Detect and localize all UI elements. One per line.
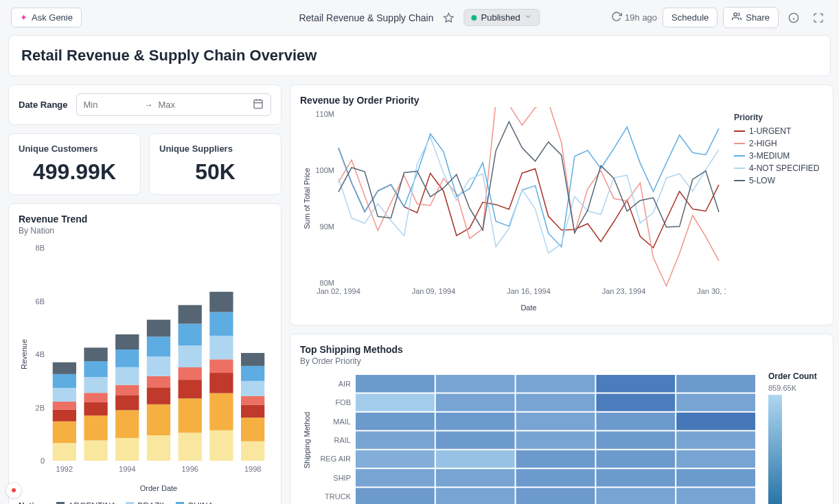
legend-low: 5-LOW bbox=[749, 176, 775, 185]
svg-rect-26 bbox=[84, 377, 107, 393]
svg-rect-45 bbox=[179, 380, 202, 398]
colorbar-gradient bbox=[768, 395, 782, 504]
date-max-input[interactable] bbox=[159, 100, 214, 110]
svg-rect-5 bbox=[254, 100, 262, 108]
svg-text:FOB: FOB bbox=[335, 398, 351, 406]
svg-text:8B: 8B bbox=[36, 244, 45, 252]
svg-rect-30 bbox=[115, 410, 139, 437]
svg-rect-17 bbox=[53, 409, 76, 421]
svg-rect-49 bbox=[179, 305, 202, 323]
date-range-card: Date Range → bbox=[8, 84, 281, 125]
svg-point-1 bbox=[734, 13, 737, 16]
legend-medium: 3-MEDIUM bbox=[749, 151, 790, 161]
svg-rect-34 bbox=[115, 350, 139, 367]
shipping-subtitle: By Order Priority bbox=[300, 356, 823, 366]
svg-rect-46 bbox=[179, 367, 202, 380]
shipping-methods-card: Top Shipping Methods By Order Priority A… bbox=[290, 334, 834, 504]
unique-customers-card: Unique Customers 499.99K bbox=[8, 133, 141, 195]
svg-rect-88 bbox=[516, 393, 595, 411]
svg-rect-55 bbox=[209, 312, 233, 335]
svg-marker-0 bbox=[444, 13, 453, 22]
published-label: Published bbox=[481, 12, 520, 23]
svg-rect-35 bbox=[115, 334, 139, 350]
svg-rect-57 bbox=[241, 442, 264, 461]
share-label: Share bbox=[746, 12, 770, 23]
legend-high: 2-HIGH bbox=[749, 139, 777, 148]
svg-rect-83 bbox=[596, 375, 675, 392]
nation-legend-label: Nation: bbox=[19, 501, 47, 504]
share-button[interactable]: Share bbox=[723, 7, 779, 28]
svg-text:6B: 6B bbox=[36, 297, 45, 306]
revenue-trend-card: Revenue Trend By Nation 02B4B6B8BRevenue… bbox=[8, 203, 281, 504]
svg-text:Jan 02, 1994: Jan 02, 1994 bbox=[317, 287, 360, 295]
legend-notspec: 4-NOT SPECIFIED bbox=[749, 163, 819, 173]
chevron-down-icon bbox=[525, 12, 533, 23]
refresh-icon[interactable] bbox=[611, 11, 622, 24]
revenue-priority-chart[interactable]: 80M90M100M110MSum of Total PriceJan 02, … bbox=[300, 107, 726, 315]
svg-rect-37 bbox=[147, 404, 170, 435]
heatmap-colorbar: Order Count 859.65K 854.95K bbox=[768, 371, 823, 504]
star-icon[interactable] bbox=[439, 8, 459, 27]
svg-rect-54 bbox=[209, 336, 233, 359]
svg-rect-63 bbox=[241, 353, 264, 366]
unique-suppliers-card: Unique Suppliers 50K bbox=[149, 133, 281, 195]
colorbar-max: 859.65K bbox=[768, 384, 823, 392]
svg-text:100M: 100M bbox=[315, 166, 334, 174]
page-title: Retail Revenue & Supply Chain Overview bbox=[21, 47, 818, 65]
date-min-input[interactable] bbox=[84, 100, 139, 110]
svg-rect-18 bbox=[53, 402, 76, 409]
svg-text:1994: 1994 bbox=[119, 465, 135, 473]
revenue-trend-legend: Nation: ARGENTINA BRAZIL CHINA bbox=[19, 501, 271, 504]
revenue-trend-chart[interactable]: 02B4B6B8BRevenue1992199419961998Order Da… bbox=[19, 241, 271, 497]
svg-rect-21 bbox=[53, 363, 76, 374]
svg-text:1996: 1996 bbox=[181, 465, 198, 473]
svg-rect-99 bbox=[436, 431, 515, 448]
svg-text:Revenue: Revenue bbox=[20, 339, 28, 369]
published-badge[interactable]: Published bbox=[464, 9, 540, 26]
ask-genie-button[interactable]: ✦ Ask Genie bbox=[11, 8, 82, 27]
priority-legend-title: Priority bbox=[734, 113, 823, 122]
svg-rect-41 bbox=[147, 336, 170, 356]
svg-rect-48 bbox=[179, 324, 202, 346]
svg-rect-61 bbox=[241, 381, 264, 396]
svg-rect-107 bbox=[596, 450, 675, 468]
svg-rect-53 bbox=[209, 359, 233, 373]
svg-rect-101 bbox=[596, 431, 675, 448]
svg-rect-28 bbox=[84, 347, 107, 361]
svg-text:MAIL: MAIL bbox=[333, 417, 351, 426]
svg-rect-104 bbox=[356, 450, 435, 468]
fullscreen-icon[interactable] bbox=[809, 8, 828, 27]
chat-bubble-icon[interactable] bbox=[5, 482, 22, 499]
svg-text:0: 0 bbox=[41, 457, 45, 465]
svg-rect-120 bbox=[676, 488, 755, 504]
legend-brazil: BRAZIL bbox=[137, 501, 166, 504]
calendar-icon[interactable] bbox=[253, 98, 264, 111]
svg-rect-39 bbox=[147, 376, 170, 387]
svg-text:RAIL: RAIL bbox=[334, 436, 351, 444]
svg-rect-113 bbox=[596, 469, 675, 486]
info-icon[interactable] bbox=[784, 8, 803, 27]
shipping-heatmap[interactable]: AIRFOBMAILRAILREG AIRSHIPTRUCK1-URGENT2-… bbox=[300, 371, 760, 504]
svg-text:Date: Date bbox=[520, 303, 536, 312]
svg-text:Jan 09, 1994: Jan 09, 1994 bbox=[412, 287, 456, 295]
svg-rect-119 bbox=[596, 488, 675, 504]
svg-rect-87 bbox=[436, 393, 515, 411]
svg-rect-98 bbox=[356, 431, 435, 448]
svg-rect-15 bbox=[53, 443, 76, 461]
revenue-priority-title: Revenue by Order Priority bbox=[300, 95, 823, 106]
svg-rect-22 bbox=[84, 440, 107, 461]
svg-rect-16 bbox=[53, 422, 76, 444]
legend-argentina: ARGENTINA bbox=[68, 501, 116, 504]
unique-suppliers-label: Unique Suppliers bbox=[159, 144, 271, 154]
schedule-button[interactable]: Schedule bbox=[663, 8, 717, 27]
svg-rect-114 bbox=[676, 469, 755, 486]
svg-rect-38 bbox=[147, 387, 170, 404]
svg-text:Sum of Total Price: Sum of Total Price bbox=[303, 168, 311, 229]
svg-text:Jan 23, 1994: Jan 23, 1994 bbox=[602, 287, 646, 295]
schedule-label: Schedule bbox=[671, 12, 709, 23]
svg-rect-82 bbox=[516, 375, 595, 392]
svg-rect-23 bbox=[84, 415, 107, 440]
svg-text:Jan 30, 1994: Jan 30, 1994 bbox=[697, 287, 726, 295]
svg-rect-80 bbox=[356, 375, 435, 392]
svg-text:Shipping Method: Shipping Method bbox=[303, 412, 311, 469]
